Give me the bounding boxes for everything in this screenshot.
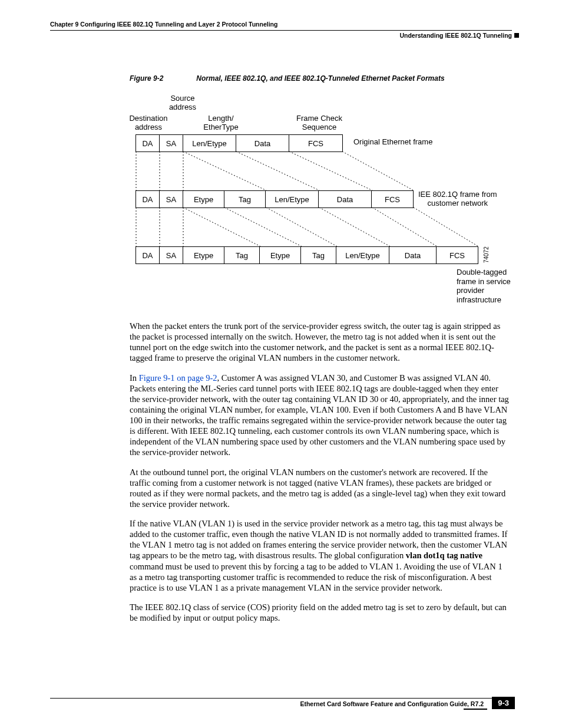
command-vlan-dot1q: vlan dot1q tag native <box>406 551 482 560</box>
paragraph-1: When the packet enters the trunk port of… <box>130 321 510 364</box>
figure-number: Figure 9-2 <box>130 74 194 83</box>
svg-line-5 <box>289 151 372 190</box>
p4-rest: command must be used to prevent this by … <box>130 562 503 592</box>
p2-prefix: In <box>130 373 139 383</box>
paragraph-5: The IEEE 802.1Q class of service (COS) p… <box>130 602 510 623</box>
figure-caption: Figure 9-2 Normal, IEEE 802.1Q, and IEEE… <box>130 74 512 83</box>
page-number: 9-3 <box>492 697 515 709</box>
svg-line-14 <box>372 207 437 246</box>
svg-line-3 <box>183 151 266 190</box>
svg-line-6 <box>342 151 414 190</box>
paragraph-4: If the native VLAN (VLAN 1) is used in t… <box>130 518 510 593</box>
figure-ref-link[interactable]: Figure 9-1 on page 9-2 <box>139 373 217 383</box>
svg-line-11 <box>224 207 302 246</box>
p2-rest: , Customer A was assigned VLAN 30, and C… <box>130 373 509 457</box>
body-text: When the packet enters the trunk port of… <box>130 321 510 623</box>
header-rule <box>50 30 512 31</box>
section-header: Understanding IEEE 802.1Q Tunneling <box>50 32 512 39</box>
paragraph-3: At the outbound tunnel port, the origina… <box>130 467 510 510</box>
footer-title: Ethernet Card Software Feature and Confi… <box>50 700 484 707</box>
svg-line-4 <box>236 151 319 190</box>
svg-line-12 <box>266 207 337 246</box>
svg-line-15 <box>414 207 478 246</box>
figure-title: Normal, IEEE 802.1Q, and IEEE 802.1Q-Tun… <box>196 74 444 83</box>
footer: Ethernet Card Software Feature and Confi… <box>50 698 512 707</box>
svg-line-10 <box>183 207 260 246</box>
guide-lines <box>130 88 518 307</box>
chapter-header: Chapter 9 Configuring IEEE 802.1Q Tunnel… <box>50 21 512 28</box>
packet-diagram: Sourceaddress Destinationaddress Length/… <box>130 88 518 307</box>
svg-line-13 <box>319 207 390 246</box>
paragraph-2: In Figure 9-1 on page 9-2, Customer A wa… <box>130 373 510 458</box>
